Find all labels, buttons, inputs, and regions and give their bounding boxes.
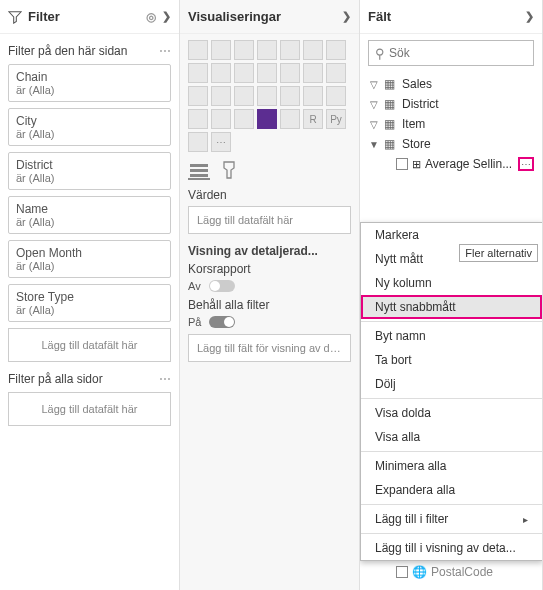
- values-label: Värden: [188, 188, 351, 202]
- viz-type-icon[interactable]: ⋯: [211, 132, 231, 152]
- cross-report-state: Av: [188, 280, 201, 292]
- viz-type-icon[interactable]: [211, 63, 231, 83]
- menu-item[interactable]: Nytt snabbmått: [361, 295, 542, 319]
- viz-type-icon[interactable]: [280, 109, 300, 129]
- values-drop[interactable]: Lägg till datafält här: [188, 206, 351, 234]
- viz-type-icon[interactable]: [257, 86, 277, 106]
- menu-item[interactable]: Lägg till i filter▸: [361, 507, 542, 531]
- viz-type-icon[interactable]: [326, 40, 346, 60]
- table-item[interactable]: ▽▦District: [366, 94, 536, 114]
- viz-type-icon[interactable]: [303, 40, 323, 60]
- filter-drop-all-pages[interactable]: Lägg till datafält här: [8, 392, 171, 426]
- viz-type-icon[interactable]: [188, 63, 208, 83]
- more-icon[interactable]: ⋯: [159, 372, 171, 386]
- submenu-arrow-icon: ▸: [523, 514, 528, 525]
- viz-type-icon[interactable]: [280, 86, 300, 106]
- menu-item[interactable]: Lägg till i visning av deta...: [361, 536, 542, 560]
- viz-body: RPy⋯ Värden Lägg till datafält här Visni…: [180, 34, 359, 378]
- viz-type-icon[interactable]: [257, 40, 277, 60]
- viz-type-icon[interactable]: [326, 63, 346, 83]
- viz-type-icon[interactable]: [188, 86, 208, 106]
- menu-item-label: Lägg till i filter: [375, 512, 448, 526]
- chevron-icon[interactable]: ▼: [368, 139, 380, 150]
- table-label: District: [402, 97, 439, 111]
- viz-type-icon[interactable]: [234, 40, 254, 60]
- filter-card[interactable]: Cityär (Alla): [8, 108, 171, 146]
- viz-type-icon[interactable]: [211, 40, 231, 60]
- field-item[interactable]: 🌐 PostalCode: [366, 562, 536, 582]
- menu-separator: [361, 504, 542, 505]
- filter-section-all-label: Filter på alla sidor: [8, 372, 103, 386]
- viz-type-icon[interactable]: [326, 86, 346, 106]
- measure-icon: ⊞: [412, 158, 421, 171]
- viz-type-icon[interactable]: [303, 63, 323, 83]
- keep-filters-label: Behåll alla filter: [188, 298, 351, 312]
- field-item[interactable]: ⊞Average Sellin...⋯: [366, 154, 536, 174]
- more-options-button[interactable]: ⋯: [518, 157, 534, 171]
- menu-item-label: Nytt mått: [375, 252, 423, 266]
- table-item[interactable]: ▽▦Sales: [366, 74, 536, 94]
- viz-type-icon[interactable]: [257, 63, 277, 83]
- menu-item-label: Visa alla: [375, 430, 420, 444]
- filter-field-name: Chain: [16, 70, 163, 84]
- viz-type-icon[interactable]: [234, 109, 254, 129]
- viz-type-icon[interactable]: Py: [326, 109, 346, 129]
- collapse-icon[interactable]: ❯: [342, 10, 351, 23]
- filter-card[interactable]: Open Monthär (Alla): [8, 240, 171, 278]
- menu-item-label: Lägg till i visning av deta...: [375, 541, 516, 555]
- eye-icon[interactable]: ◎: [146, 10, 156, 24]
- viz-type-icon[interactable]: [188, 40, 208, 60]
- more-icon[interactable]: ⋯: [159, 44, 171, 58]
- drill-drop[interactable]: Lägg till fält för visning av deta...: [188, 334, 351, 362]
- viz-type-icon[interactable]: [234, 86, 254, 106]
- chevron-icon[interactable]: ▽: [368, 79, 380, 90]
- viz-type-icon[interactable]: R: [303, 109, 323, 129]
- table-icon: ▦: [384, 137, 398, 151]
- viz-type-icon[interactable]: [280, 40, 300, 60]
- field-label: PostalCode: [431, 565, 493, 579]
- collapse-icon[interactable]: ❯: [162, 10, 171, 23]
- svg-rect-0: [190, 164, 208, 167]
- viz-type-icon[interactable]: [211, 86, 231, 106]
- viz-type-icon[interactable]: [280, 63, 300, 83]
- viz-type-icon[interactable]: [303, 86, 323, 106]
- viz-type-icon[interactable]: [257, 109, 277, 129]
- filter-field-name: District: [16, 158, 163, 172]
- collapse-icon[interactable]: ❯: [525, 10, 534, 23]
- viz-type-icon[interactable]: [188, 132, 208, 152]
- menu-item[interactable]: Ny kolumn: [361, 271, 542, 295]
- menu-item[interactable]: Byt namn: [361, 324, 542, 348]
- fields-header: Fält ❯: [360, 0, 542, 34]
- cross-report-toggle[interactable]: [209, 280, 235, 292]
- table-label: Sales: [402, 77, 432, 91]
- filter-card[interactable]: Chainär (Alla): [8, 64, 171, 102]
- search-input[interactable]: [389, 46, 539, 60]
- filter-card[interactable]: Districtär (Alla): [8, 152, 171, 190]
- menu-item[interactable]: Visa dolda: [361, 401, 542, 425]
- field-checkbox[interactable]: [396, 158, 408, 170]
- menu-item[interactable]: Visa alla: [361, 425, 542, 449]
- search-box[interactable]: ⚲: [368, 40, 534, 66]
- filter-drop-this-page[interactable]: Lägg till datafält här: [8, 328, 171, 362]
- format-tab-icon[interactable]: [220, 160, 238, 180]
- filter-card[interactable]: Nameär (Alla): [8, 196, 171, 234]
- menu-item[interactable]: Dölj: [361, 372, 542, 396]
- field-checkbox[interactable]: [396, 566, 408, 578]
- filter-field-name: Store Type: [16, 290, 163, 304]
- menu-separator: [361, 533, 542, 534]
- filter-card[interactable]: Store Typeär (Alla): [8, 284, 171, 322]
- viz-type-icon[interactable]: [234, 63, 254, 83]
- keep-filters-toggle[interactable]: [209, 316, 235, 328]
- fields-tab-icon[interactable]: [188, 160, 210, 180]
- menu-item[interactable]: Expandera alla: [361, 478, 542, 502]
- filter-panel: Filter ◎ ❯ Filter på den här sidan ⋯ Cha…: [0, 0, 180, 590]
- viz-type-icon[interactable]: [211, 109, 231, 129]
- table-item[interactable]: ▽▦Item: [366, 114, 536, 134]
- menu-item[interactable]: Ta bort: [361, 348, 542, 372]
- viz-type-icon[interactable]: [188, 109, 208, 129]
- chevron-icon[interactable]: ▽: [368, 99, 380, 110]
- chevron-icon[interactable]: ▽: [368, 119, 380, 130]
- menu-item[interactable]: Minimera alla: [361, 454, 542, 478]
- viz-title: Visualiseringar: [188, 9, 281, 24]
- table-item[interactable]: ▼▦Store: [366, 134, 536, 154]
